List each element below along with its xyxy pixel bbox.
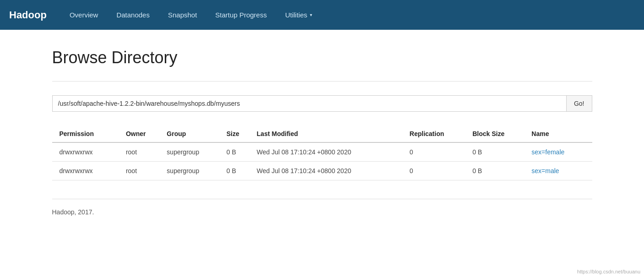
- nav-item-datanodes[interactable]: Datanodes: [107, 0, 159, 30]
- cell-last-modified: Wed Jul 08 17:10:24 +0800 2020: [257, 142, 410, 162]
- table-row: drwxrwxrwxrootsupergroup0 BWed Jul 08 17…: [52, 162, 592, 180]
- nav-item-startup-progress[interactable]: Startup Progress: [206, 0, 276, 30]
- cell-permission: drwxrwxrwx: [52, 142, 126, 162]
- cell-size: 0 B: [227, 162, 257, 180]
- cell-replication: 0: [410, 162, 472, 180]
- cell-owner: root: [126, 162, 167, 180]
- col-header-size: Size: [227, 125, 257, 142]
- path-input[interactable]: [52, 95, 567, 112]
- cell-replication: 0: [410, 142, 472, 162]
- directory-table: Permission Owner Group Size Last Modifie…: [52, 125, 592, 180]
- nav-item-snapshot[interactable]: Snapshot: [159, 0, 206, 30]
- name-link[interactable]: sex=female: [531, 148, 564, 156]
- path-container: Go!: [52, 95, 592, 112]
- col-header-last-modified: Last Modified: [257, 125, 410, 142]
- cell-group: supergroup: [167, 142, 226, 162]
- col-header-owner: Owner: [126, 125, 167, 142]
- footer: Hadoop, 2017.: [52, 199, 592, 216]
- cell-name: sex=male: [531, 162, 592, 180]
- nav-items: Overview Datanodes Snapshot Startup Prog…: [60, 0, 321, 30]
- footer-text: Hadoop, 2017.: [52, 208, 94, 216]
- cell-block-size: 0 B: [472, 162, 531, 180]
- col-header-group: Group: [167, 125, 226, 142]
- cell-block-size: 0 B: [472, 142, 531, 162]
- page-title: Browse Directory: [52, 48, 592, 67]
- nav-brand[interactable]: Hadoop: [9, 9, 47, 21]
- cell-group: supergroup: [167, 162, 226, 180]
- title-divider: [52, 81, 592, 82]
- table-row: drwxrwxrwxrootsupergroup0 BWed Jul 08 17…: [52, 142, 592, 162]
- utilities-dropdown-arrow: ▾: [310, 12, 312, 17]
- col-header-name: Name: [531, 125, 592, 142]
- cell-owner: root: [126, 142, 167, 162]
- nav-item-overview[interactable]: Overview: [60, 0, 108, 30]
- col-header-permission: Permission: [52, 125, 126, 142]
- cell-permission: drwxrwxrwx: [52, 162, 126, 180]
- cell-name: sex=female: [531, 142, 592, 162]
- cell-size: 0 B: [227, 142, 257, 162]
- main-content: Browse Directory Go! Permission Owner Gr…: [25, 30, 620, 234]
- col-header-block-size: Block Size: [472, 125, 531, 142]
- col-header-replication: Replication: [410, 125, 472, 142]
- cell-last-modified: Wed Jul 08 17:10:24 +0800 2020: [257, 162, 410, 180]
- table-header-row: Permission Owner Group Size Last Modifie…: [52, 125, 592, 142]
- go-button[interactable]: Go!: [567, 95, 592, 112]
- nav-item-utilities[interactable]: Utilities ▾: [276, 0, 321, 30]
- name-link[interactable]: sex=male: [531, 167, 559, 174]
- navbar: Hadoop Overview Datanodes Snapshot Start…: [0, 0, 644, 30]
